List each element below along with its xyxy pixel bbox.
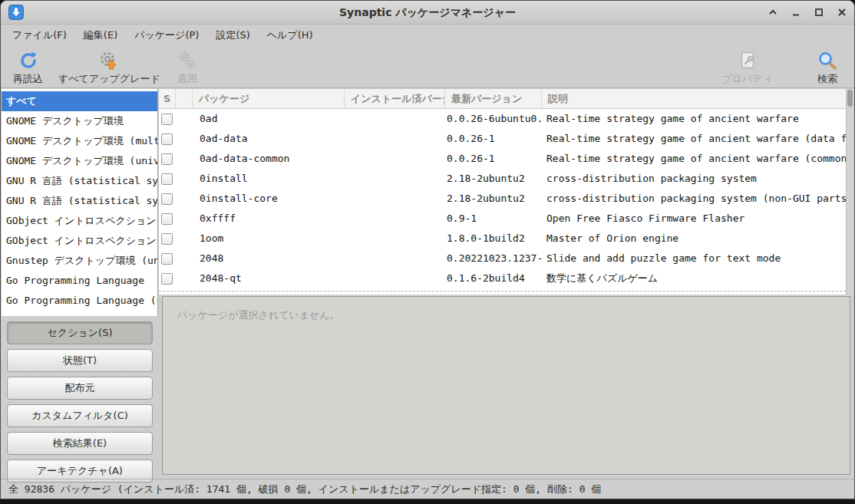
apply-button: 適用 (168, 49, 206, 87)
synaptic-window: Synaptic パッケージマネージャー ファイル(F) 編集(E) パッケージ… (0, 0, 855, 499)
package-description: Real-time strategy game of ancient warfa… (542, 109, 799, 129)
latest-version: 2.18-2ubuntu2 (445, 189, 542, 209)
category-list-item[interactable]: GNOME デスクトップ環境 (2, 111, 157, 131)
package-checkbox[interactable] (161, 173, 173, 185)
category-list-item[interactable]: Gnustep デスクトップ環境 (uni (2, 251, 157, 271)
package-status-icon (176, 249, 193, 268)
package-checkbox[interactable] (161, 253, 173, 265)
window-title: Synaptic パッケージマネージャー (1, 1, 854, 24)
table-row[interactable]: 0install 2.18-2ubuntu2 cross-distributio… (159, 169, 846, 189)
installed-version (345, 109, 445, 129)
menu-item[interactable]: 設定(S) (207, 25, 258, 45)
package-description: Master of Orion engine (542, 229, 678, 249)
package-description: cross-distribution packaging system (non… (542, 189, 846, 209)
category-list-item[interactable]: GNU R 言語 (statistical syste (2, 171, 157, 191)
installed-version (345, 189, 445, 209)
package-status-icon (176, 229, 193, 249)
column-header[interactable]: 最新バージョン (445, 89, 542, 108)
package-name: 0xffff (193, 209, 345, 229)
column-header[interactable] (176, 89, 193, 108)
maximize-button[interactable] (813, 6, 825, 18)
apply-label: 適用 (177, 72, 197, 86)
category-list-item[interactable]: GNOME デスクトップ環境 (multi (2, 131, 157, 151)
category-list-item[interactable]: GObject イントロスペクションデ (2, 211, 157, 231)
installed-version (345, 169, 445, 189)
latest-version: 0.0.26-1 (445, 129, 542, 149)
menu-item[interactable]: 編集(E) (75, 25, 126, 45)
reload-label: 再読込 (13, 72, 43, 86)
latest-version: 0.9-1 (445, 209, 542, 229)
package-checkbox[interactable] (161, 233, 173, 245)
package-description: Real-time strategy game of ancient warfa… (542, 149, 846, 169)
category-list: すべて GNOME デスクトップ環境 GNOME デスクトップ環境 (multi… (2, 89, 158, 316)
table-row[interactable]: 0ad 0.0.26-6ubuntu0.24 Real-time strateg… (159, 109, 846, 129)
menu-item[interactable]: ヘルプ(H) (259, 25, 322, 45)
package-name: 2048-qt (193, 268, 345, 288)
package-table: S パッケージ インストール済バージ 最新バージョン 説明 0ad 0.0.26… (159, 89, 846, 295)
table-row[interactable]: 0install-core 2.18-2ubuntu2 cross-distri… (159, 189, 846, 209)
column-header[interactable]: 説明 (542, 89, 846, 108)
table-scrollbar-thumb[interactable] (847, 90, 853, 107)
close-button[interactable] (836, 6, 848, 18)
package-name: 2048 (193, 249, 345, 268)
reload-icon (17, 50, 40, 71)
category-list-item[interactable]: すべて (2, 91, 157, 111)
table-row[interactable]: 0ad-data 0.0.26-1 Real-time strategy gam… (159, 129, 846, 149)
package-description: Slide and add puzzle game for text mode (542, 249, 781, 268)
properties-button: プロパティ (714, 49, 781, 87)
table-row[interactable]: 0ad-data-common 0.0.26-1 Real-time strat… (159, 149, 846, 169)
column-header[interactable]: S (159, 89, 176, 108)
package-checkbox[interactable] (161, 213, 173, 225)
column-header[interactable]: インストール済バージ (345, 89, 445, 108)
latest-version: 0.1.6-2build4 (445, 268, 542, 288)
search-button[interactable]: 検索 (808, 49, 847, 87)
table-row[interactable]: 2048-qt 0.1.6-2build4 数学に基くパズルゲーム (159, 268, 846, 288)
filter-button[interactable]: カスタムフィルタ(C) (7, 404, 153, 427)
installed-version (345, 249, 445, 268)
filter-button[interactable]: 配布元 (7, 377, 153, 400)
titlebar[interactable]: Synaptic パッケージマネージャー (1, 1, 854, 25)
menu-item[interactable]: ファイル(F) (4, 25, 75, 45)
filter-button[interactable]: セクション(S) (7, 321, 153, 344)
reload-button[interactable]: 再読込 (5, 49, 51, 87)
filter-button[interactable]: 検索結果(E) (7, 432, 153, 455)
upgrade-all-label: すべてアップグレード (58, 72, 160, 86)
installed-version (345, 229, 445, 249)
shade-button[interactable] (767, 6, 779, 18)
table-scrollbar[interactable] (846, 89, 853, 295)
package-checkbox[interactable] (161, 114, 173, 125)
column-header[interactable]: パッケージ (193, 89, 345, 108)
category-list-item[interactable]: Go Programming Language (uni (2, 291, 157, 311)
package-checkbox[interactable] (161, 133, 173, 145)
package-description: 数学に基くパズルゲーム (542, 268, 658, 288)
category-list-item[interactable]: GNOME デスクトップ環境 (unive (2, 151, 157, 171)
table-row[interactable]: 0xffff 0.9-1 Open Free Fiasco Firmware F… (159, 209, 846, 229)
filter-button-group: セクション(S) 状態(T) 配布元 カスタムフィルタ(C) 検索結果(E) ア… (7, 321, 153, 483)
table-header: S パッケージ インストール済バージ 最新バージョン 説明 (159, 89, 846, 109)
installed-version (345, 129, 445, 149)
filter-button[interactable]: 状態(T) (7, 349, 153, 372)
menu-item[interactable]: パッケージ(P) (126, 25, 207, 45)
upgrade-all-button[interactable]: すべてアップグレード (51, 49, 168, 87)
category-list-item[interactable]: Go Programming Language (2, 271, 157, 291)
apply-icon (176, 50, 199, 71)
package-description: Real-time strategy game of ancient warfa… (542, 129, 846, 149)
category-list-item[interactable]: GObject イントロスペクションデ (2, 231, 157, 251)
properties-label: プロパティ (721, 72, 773, 86)
latest-version: 0.0.26-6ubuntu0.24 (445, 109, 542, 129)
package-checkbox[interactable] (161, 153, 173, 165)
installed-version (345, 209, 445, 229)
package-name: 0install (193, 169, 345, 189)
package-checkbox[interactable] (161, 193, 173, 205)
table-row[interactable]: 2048 0.20221023.1237-1 Slide and add puz… (159, 249, 846, 268)
latest-version: 0.20221023.1237-1 (445, 249, 542, 268)
package-name: 0ad-data-common (193, 149, 345, 169)
minimize-button[interactable] (790, 6, 802, 18)
package-checkbox[interactable] (161, 273, 173, 285)
package-status-icon (176, 189, 193, 209)
statusbar: 全 92836 パッケージ (インストール済: 1741 個, 破損 0 個, … (1, 479, 854, 499)
category-list-item[interactable]: GNU R 言語 (statistical syste (2, 191, 157, 211)
table-row[interactable]: 1oom 1.8.0-1build2 Master of Orion engin… (159, 229, 846, 249)
window-controls (767, 1, 848, 24)
table-body: 0ad 0.0.26-6ubuntu0.24 Real-time strateg… (159, 109, 846, 288)
